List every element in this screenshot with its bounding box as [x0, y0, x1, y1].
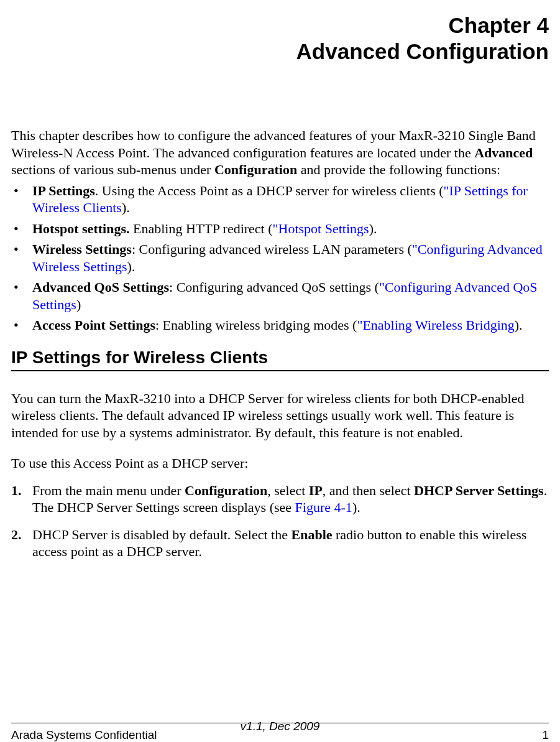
intro-paragraph: This chapter describes how to configure … [11, 127, 549, 179]
chapter-title: Chapter 4 Advanced Configuration [11, 12, 549, 65]
list-item: Hotspot settings. Enabling HTTP redirect… [11, 220, 549, 238]
steps-list: 1. From the main menu under Configuratio… [11, 482, 549, 560]
list-item: Access Point Settings: Enabling wireless… [11, 317, 549, 334]
feature-bullet-list: IP Settings. Using the Access Point as a… [11, 182, 549, 334]
section-divider [11, 370, 549, 371]
bold-configuration: Configuration [214, 162, 297, 177]
link-wireless-bridging[interactable]: "Enabling Wireless Bridging [357, 317, 514, 333]
link-figure-4-1[interactable]: Figure 4-1 [295, 499, 352, 515]
section-heading-ip-settings: IP Settings for Wireless Clients [11, 348, 549, 368]
section-paragraph: To use this Access Point as a DHCP serve… [11, 455, 549, 472]
bold-advanced: Advanced [474, 145, 533, 160]
list-item: Wireless Settings: Configuring advanced … [11, 241, 549, 275]
link-hotspot-settings[interactable]: "Hotspot Settings [273, 221, 369, 236]
list-item: Advanced QoS Settings: Configuring advan… [11, 279, 549, 313]
chapter-name: Advanced Configuration [11, 39, 549, 65]
section-paragraph: You can turn the MaxR-3210 into a DHCP S… [11, 390, 549, 442]
chapter-number: Chapter 4 [11, 12, 549, 39]
list-item: 1. From the main menu under Configuratio… [11, 482, 549, 516]
list-item: IP Settings. Using the Access Point as a… [11, 182, 549, 216]
footer-version: v1.1, Dec 2009 [0, 720, 560, 733]
list-item: 2. DHCP Server is disabled by default. S… [11, 526, 549, 560]
